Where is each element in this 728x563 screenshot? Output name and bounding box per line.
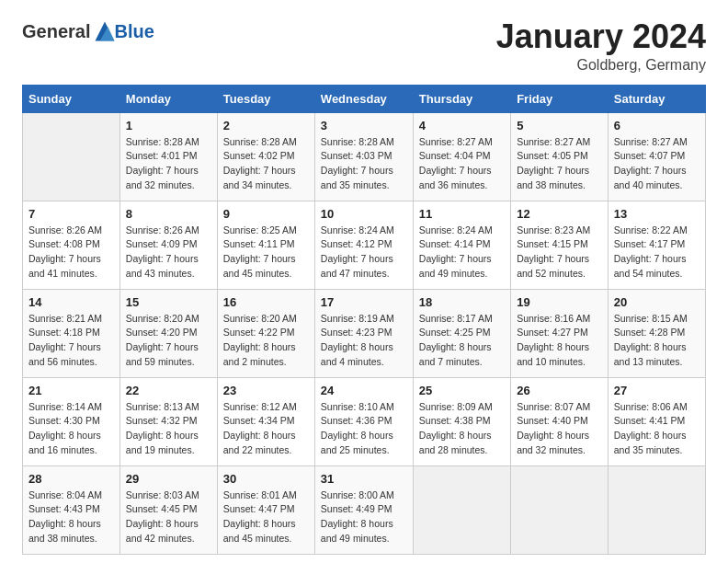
day-info: Sunrise: 8:19 AMSunset: 4:23 PMDaylight:…	[321, 312, 407, 370]
day-info: Sunrise: 8:27 AMSunset: 4:05 PMDaylight:…	[517, 135, 602, 193]
day-number: 15	[126, 295, 211, 309]
day-number: 2	[223, 119, 309, 132]
day-number: 30	[223, 472, 309, 486]
calendar-cell: 27Sunrise: 8:06 AMSunset: 4:41 PMDayligh…	[608, 377, 705, 465]
day-number: 27	[614, 384, 700, 397]
day-header-sunday: Sunday	[23, 85, 120, 112]
calendar-cell: 2Sunrise: 8:28 AMSunset: 4:02 PMDaylight…	[217, 112, 314, 201]
calendar-cell: 22Sunrise: 8:13 AMSunset: 4:32 PMDayligh…	[119, 377, 217, 465]
day-info: Sunrise: 8:03 AMSunset: 4:45 PMDaylight:…	[126, 488, 211, 546]
day-number: 25	[419, 384, 505, 397]
day-number: 22	[126, 384, 211, 397]
day-number: 16	[223, 295, 309, 309]
calendar-cell: 6Sunrise: 8:27 AMSunset: 4:07 PMDaylight…	[608, 112, 705, 201]
day-info: Sunrise: 8:20 AMSunset: 4:22 PMDaylight:…	[223, 312, 309, 370]
day-info: Sunrise: 8:23 AMSunset: 4:15 PMDaylight:…	[517, 224, 602, 282]
day-number: 14	[28, 295, 114, 309]
day-number: 18	[419, 295, 505, 309]
calendar-cell: 9Sunrise: 8:25 AMSunset: 4:11 PMDaylight…	[217, 201, 314, 289]
day-number: 21	[28, 384, 114, 397]
day-info: Sunrise: 8:22 AMSunset: 4:17 PMDaylight:…	[614, 224, 700, 282]
day-number: 7	[28, 207, 114, 221]
calendar-cell: 8Sunrise: 8:26 AMSunset: 4:09 PMDaylight…	[119, 201, 217, 289]
day-info: Sunrise: 8:24 AMSunset: 4:12 PMDaylight:…	[321, 224, 407, 282]
calendar-cell: 26Sunrise: 8:07 AMSunset: 4:40 PMDayligh…	[511, 377, 609, 465]
day-info: Sunrise: 8:24 AMSunset: 4:14 PMDaylight:…	[419, 224, 505, 282]
day-info: Sunrise: 8:25 AMSunset: 4:11 PMDaylight:…	[223, 224, 309, 282]
day-number: 8	[126, 207, 211, 221]
day-number: 1	[126, 119, 211, 132]
day-info: Sunrise: 8:26 AMSunset: 4:09 PMDaylight:…	[126, 224, 211, 282]
day-info: Sunrise: 8:15 AMSunset: 4:28 PMDaylight:…	[614, 312, 700, 370]
day-info: Sunrise: 8:17 AMSunset: 4:25 PMDaylight:…	[419, 312, 505, 370]
day-number: 5	[517, 119, 602, 132]
month-title: January 2024	[496, 18, 706, 55]
day-info: Sunrise: 8:28 AMSunset: 4:02 PMDaylight:…	[223, 135, 309, 193]
calendar-cell	[511, 465, 609, 554]
day-number: 10	[321, 207, 407, 221]
calendar-cell: 18Sunrise: 8:17 AMSunset: 4:25 PMDayligh…	[413, 289, 510, 377]
calendar-cell: 28Sunrise: 8:04 AMSunset: 4:43 PMDayligh…	[23, 465, 120, 554]
day-info: Sunrise: 8:27 AMSunset: 4:07 PMDaylight:…	[614, 135, 700, 193]
calendar-cell: 17Sunrise: 8:19 AMSunset: 4:23 PMDayligh…	[314, 289, 413, 377]
calendar-cell	[23, 112, 120, 201]
calendar-cell: 19Sunrise: 8:16 AMSunset: 4:27 PMDayligh…	[511, 289, 609, 377]
calendar-cell: 12Sunrise: 8:23 AMSunset: 4:15 PMDayligh…	[511, 201, 609, 289]
week-row-5: 28Sunrise: 8:04 AMSunset: 4:43 PMDayligh…	[23, 465, 706, 554]
day-number: 24	[321, 384, 407, 397]
calendar-cell: 24Sunrise: 8:10 AMSunset: 4:36 PMDayligh…	[314, 377, 413, 465]
day-info: Sunrise: 8:06 AMSunset: 4:41 PMDaylight:…	[614, 400, 700, 458]
day-header-tuesday: Tuesday	[217, 85, 314, 112]
day-info: Sunrise: 8:00 AMSunset: 4:49 PMDaylight:…	[321, 488, 407, 546]
day-number: 31	[321, 472, 407, 486]
logo-text-general: General	[22, 21, 90, 42]
day-info: Sunrise: 8:26 AMSunset: 4:08 PMDaylight:…	[28, 224, 114, 282]
week-row-3: 14Sunrise: 8:21 AMSunset: 4:18 PMDayligh…	[23, 289, 706, 377]
calendar-cell: 30Sunrise: 8:01 AMSunset: 4:47 PMDayligh…	[217, 465, 314, 554]
calendar-cell: 5Sunrise: 8:27 AMSunset: 4:05 PMDaylight…	[511, 112, 609, 201]
logo: General Blue	[22, 18, 154, 44]
days-header-row: SundayMondayTuesdayWednesdayThursdayFrid…	[23, 85, 706, 112]
day-info: Sunrise: 8:13 AMSunset: 4:32 PMDaylight:…	[126, 400, 211, 458]
day-info: Sunrise: 8:16 AMSunset: 4:27 PMDaylight:…	[517, 312, 602, 370]
day-number: 28	[28, 472, 114, 486]
calendar-cell: 11Sunrise: 8:24 AMSunset: 4:14 PMDayligh…	[413, 201, 510, 289]
day-info: Sunrise: 8:27 AMSunset: 4:04 PMDaylight:…	[419, 135, 505, 193]
day-number: 20	[614, 295, 700, 309]
calendar-cell: 25Sunrise: 8:09 AMSunset: 4:38 PMDayligh…	[413, 377, 510, 465]
day-number: 4	[419, 119, 505, 132]
calendar-cell: 4Sunrise: 8:27 AMSunset: 4:04 PMDaylight…	[413, 112, 510, 201]
day-info: Sunrise: 8:28 AMSunset: 4:03 PMDaylight:…	[321, 135, 407, 193]
calendar-cell	[608, 465, 705, 554]
day-info: Sunrise: 8:20 AMSunset: 4:20 PMDaylight:…	[126, 312, 211, 370]
day-number: 26	[517, 384, 602, 397]
page-header: General Blue January 2024 Goldberg, Germ…	[22, 18, 706, 74]
calendar-cell: 13Sunrise: 8:22 AMSunset: 4:17 PMDayligh…	[608, 201, 705, 289]
calendar-table: SundayMondayTuesdayWednesdayThursdayFrid…	[22, 85, 706, 555]
calendar-cell: 15Sunrise: 8:20 AMSunset: 4:20 PMDayligh…	[119, 289, 217, 377]
calendar-cell: 16Sunrise: 8:20 AMSunset: 4:22 PMDayligh…	[217, 289, 314, 377]
calendar-cell: 1Sunrise: 8:28 AMSunset: 4:01 PMDaylight…	[119, 112, 217, 201]
calendar-cell	[413, 465, 510, 554]
calendar-cell: 10Sunrise: 8:24 AMSunset: 4:12 PMDayligh…	[314, 201, 413, 289]
day-number: 9	[223, 207, 309, 221]
calendar-cell: 14Sunrise: 8:21 AMSunset: 4:18 PMDayligh…	[23, 289, 120, 377]
calendar-cell: 29Sunrise: 8:03 AMSunset: 4:45 PMDayligh…	[119, 465, 217, 554]
day-header-saturday: Saturday	[608, 85, 705, 112]
calendar-cell: 21Sunrise: 8:14 AMSunset: 4:30 PMDayligh…	[23, 377, 120, 465]
day-header-wednesday: Wednesday	[314, 85, 413, 112]
calendar-cell: 23Sunrise: 8:12 AMSunset: 4:34 PMDayligh…	[217, 377, 314, 465]
day-info: Sunrise: 8:12 AMSunset: 4:34 PMDaylight:…	[223, 400, 309, 458]
calendar-cell: 31Sunrise: 8:00 AMSunset: 4:49 PMDayligh…	[314, 465, 413, 554]
day-number: 19	[517, 295, 602, 309]
day-info: Sunrise: 8:28 AMSunset: 4:01 PMDaylight:…	[126, 135, 211, 193]
day-number: 17	[321, 295, 407, 309]
day-header-monday: Monday	[119, 85, 217, 112]
day-info: Sunrise: 8:07 AMSunset: 4:40 PMDaylight:…	[517, 400, 602, 458]
day-info: Sunrise: 8:10 AMSunset: 4:36 PMDaylight:…	[321, 400, 407, 458]
day-info: Sunrise: 8:09 AMSunset: 4:38 PMDaylight:…	[419, 400, 505, 458]
day-number: 6	[614, 119, 700, 132]
week-row-2: 7Sunrise: 8:26 AMSunset: 4:08 PMDaylight…	[23, 201, 706, 289]
day-info: Sunrise: 8:21 AMSunset: 4:18 PMDaylight:…	[28, 312, 114, 370]
day-number: 13	[614, 207, 700, 221]
